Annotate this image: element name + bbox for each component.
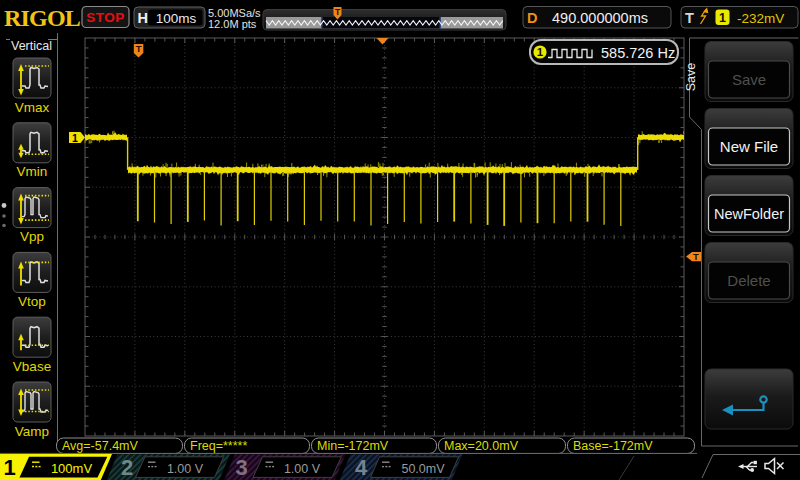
svg-text:Vmax: Vmax	[15, 100, 50, 115]
svg-text:2: 2	[121, 455, 133, 480]
svg-text:4: 4	[355, 455, 368, 480]
svg-text:Vtop: Vtop	[18, 294, 46, 309]
svg-text:100ms: 100ms	[156, 11, 197, 26]
svg-text:100mV: 100mV	[51, 461, 93, 476]
svg-text:RIGOL: RIGOL	[4, 5, 80, 31]
svg-text:Delete: Delete	[727, 272, 770, 289]
svg-text:Save: Save	[684, 63, 698, 92]
svg-text:T: T	[335, 7, 341, 17]
svg-text:50.0mV: 50.0mV	[401, 462, 445, 476]
svg-text:Base=-172mV: Base=-172mV	[573, 439, 653, 453]
svg-text:Vamp: Vamp	[15, 424, 49, 439]
svg-text:490.000000ms: 490.000000ms	[552, 10, 648, 26]
svg-text:NewFolder: NewFolder	[714, 206, 784, 222]
svg-text:Vertical: Vertical	[11, 39, 52, 53]
svg-text:STOP: STOP	[86, 10, 125, 25]
svg-text:D: D	[527, 10, 537, 26]
svg-text:-232mV: -232mV	[737, 11, 784, 26]
svg-text:Vbase: Vbase	[13, 359, 51, 374]
svg-text:12.0M pts: 12.0M pts	[208, 18, 257, 30]
svg-text:1: 1	[719, 11, 726, 25]
svg-text:1: 1	[3, 455, 15, 480]
svg-text:Freq=*****: Freq=*****	[190, 439, 247, 453]
svg-text:T: T	[136, 43, 142, 54]
svg-text:T: T	[685, 10, 694, 26]
svg-text:Vpp: Vpp	[20, 229, 44, 244]
svg-text:Min=-172mV: Min=-172mV	[317, 439, 389, 453]
svg-text:Vmin: Vmin	[17, 164, 48, 179]
svg-text:3: 3	[235, 455, 247, 480]
svg-text:585.726 Hz: 585.726 Hz	[601, 45, 675, 61]
svg-text:Avg=-57.4mV: Avg=-57.4mV	[62, 439, 139, 453]
svg-text:5.00MSa/s: 5.00MSa/s	[208, 7, 261, 19]
svg-text:1: 1	[537, 46, 544, 58]
svg-text:1.00 V: 1.00 V	[167, 462, 204, 476]
svg-text:1: 1	[72, 132, 78, 144]
svg-text:1.00 V: 1.00 V	[284, 462, 321, 476]
svg-text:Save: Save	[732, 71, 766, 88]
svg-text:H: H	[138, 10, 148, 26]
svg-text:New File: New File	[720, 138, 778, 155]
svg-text:T: T	[693, 251, 699, 262]
svg-text:Max=20.0mV: Max=20.0mV	[444, 439, 519, 453]
